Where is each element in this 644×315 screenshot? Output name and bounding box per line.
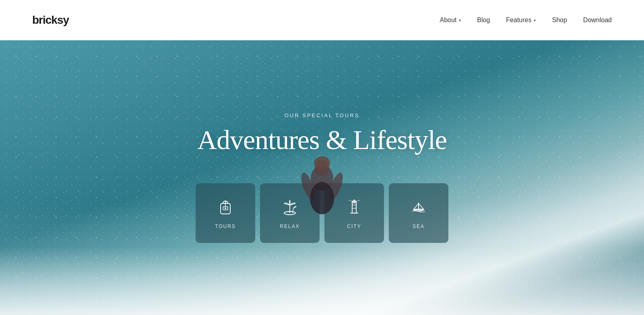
logo[interactable]: bricksy	[32, 14, 69, 27]
hero-background	[0, 40, 644, 315]
svg-line-13	[293, 208, 293, 213]
chevron-down-icon-2: ▾	[534, 18, 536, 23]
nav-item-features[interactable]: Features ▾	[506, 17, 536, 24]
hero-subtitle: OUR SPECIAL TOURS	[197, 112, 447, 118]
backpack-icon	[215, 197, 236, 218]
tour-cards: TOURS RELAX	[196, 183, 448, 243]
nav: About ▾ Blog Features ▾ Shop Download	[440, 17, 612, 24]
hero-title: Adventures & Lifestyle	[197, 125, 447, 155]
tour-card-sea[interactable]: SEA	[389, 183, 448, 243]
nav-label-features: Features	[506, 17, 531, 24]
svg-rect-14	[352, 202, 356, 213]
header: bricksy About ▾ Blog Features ▾ Shop Dow…	[0, 0, 644, 40]
palm-icon	[279, 197, 300, 218]
hero-content: OUR SPECIAL TOURS Adventures & Lifestyle	[197, 112, 447, 155]
nav-item-about[interactable]: About ▾	[440, 17, 461, 24]
tour-card-city[interactable]: CITY	[324, 183, 384, 243]
sea-label: SEA	[413, 224, 425, 229]
tour-card-relax[interactable]: RELAX	[260, 183, 320, 243]
nav-label-blog: Blog	[477, 17, 490, 24]
tour-card-tours[interactable]: TOURS	[196, 183, 255, 243]
nav-label-download: Download	[583, 17, 612, 24]
nav-item-blog[interactable]: Blog	[477, 17, 490, 24]
city-label: CITY	[347, 224, 361, 229]
relax-label: RELAX	[280, 224, 299, 229]
chevron-down-icon: ▾	[459, 18, 461, 23]
nav-item-shop[interactable]: Shop	[552, 17, 567, 24]
svg-point-9	[225, 207, 226, 209]
city-icon	[344, 197, 365, 218]
tours-label: TOURS	[215, 224, 236, 229]
nav-label-shop: Shop	[552, 17, 567, 24]
nav-label-about: About	[440, 17, 456, 24]
sailboat-icon	[408, 197, 429, 218]
hero-section: OUR SPECIAL TOURS Adventures & Lifestyle…	[0, 40, 644, 315]
nav-item-download[interactable]: Download	[583, 17, 612, 24]
